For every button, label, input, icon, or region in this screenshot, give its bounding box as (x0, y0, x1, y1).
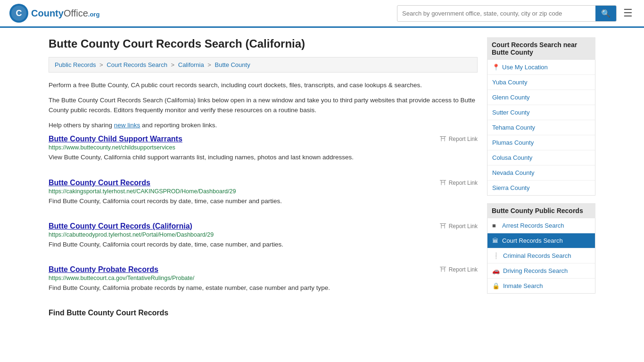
court-records-link[interactable]: Court Records Search (502, 237, 563, 244)
search-button[interactable]: 🔍 (595, 6, 616, 21)
menu-button[interactable]: ☰ (621, 5, 635, 21)
sidebar-item-sierra[interactable]: Sierra County (487, 181, 595, 195)
sidebar-item-glenn[interactable]: Glenn County (487, 90, 595, 105)
pub-records-criminal[interactable]: ❕ Criminal Records Search (487, 248, 595, 263)
result-item-3: Butte County Probate Records ⛩ Report Li… (49, 265, 478, 297)
intro-text-1: Perform a free Butte County, CA public c… (49, 80, 478, 90)
intro-text-3: Help others by sharing new links and rep… (49, 120, 478, 131)
report-label-2: Report Link (449, 223, 478, 230)
header: C CountyOffice.org 🔍 ☰ (0, 0, 644, 28)
search-icon: 🔍 (601, 9, 611, 17)
result-url-0[interactable]: https://www.buttecounty.net/childsupport… (49, 144, 478, 151)
colusa-county-link[interactable]: Colusa County (492, 154, 532, 161)
result-item-0: Butte County Child Support Warrants ⛩ Re… (49, 135, 478, 167)
inmate-search-link[interactable]: Inmate Search (503, 282, 543, 289)
result-title-1[interactable]: Butte County Court Records (49, 179, 150, 187)
use-location-inner: 📍 Use My Location (492, 64, 590, 71)
report-label-1: Report Link (449, 180, 478, 186)
report-icon-3: ⛩ (440, 266, 446, 273)
nearby-section-title: Court Records Search near Butte County (487, 37, 595, 60)
public-records-section-title: Butte County Public Records (487, 203, 595, 218)
logo-icon: C (9, 4, 28, 23)
result-url-1[interactable]: https://cakingsportal.tylerhost.net/CAKI… (49, 188, 478, 195)
sutter-county-link[interactable]: Sutter County (492, 109, 530, 116)
tehama-county-link[interactable]: Tehama County (492, 124, 535, 131)
public-records-list: ■ Arrest Records Search 🏛 Court Records … (487, 218, 595, 294)
logo-area: C CountyOffice.org (9, 4, 99, 23)
report-link-3[interactable]: ⛩ Report Link (440, 266, 478, 273)
report-icon-2: ⛩ (440, 222, 446, 230)
nearby-county-list: 📍 Use My Location Yuba County Glenn Coun… (487, 60, 595, 196)
driving-records-link[interactable]: Driving Records Search (503, 267, 568, 274)
breadcrumb-sep3: > (207, 61, 213, 68)
use-location-item[interactable]: 📍 Use My Location (487, 60, 595, 75)
result-title-row-0: Butte County Child Support Warrants ⛩ Re… (49, 135, 478, 143)
criminal-records-link[interactable]: Criminal Records Search (503, 252, 571, 259)
nevada-county-link[interactable]: Nevada County (492, 169, 535, 176)
search-bar: 🔍 (397, 5, 617, 22)
breadcrumb-sep2: > (171, 61, 176, 68)
content-area: Butte County Court Records Search (Calif… (49, 37, 478, 319)
breadcrumb-court-records[interactable]: Court Records Search (107, 61, 167, 68)
pub-records-court[interactable]: 🏛 Court Records Search (487, 233, 595, 248)
result-desc-1: Find Butte County, California court reco… (49, 197, 478, 206)
find-section-title: Find Butte County Court Records (49, 309, 478, 317)
page-title: Butte County Court Records Search (Calif… (49, 37, 478, 50)
breadcrumb-butte-county[interactable]: Butte County (215, 61, 250, 68)
sidebar-item-yuba[interactable]: Yuba County (487, 75, 595, 90)
sidebar: Court Records Search near Butte County 📍… (487, 37, 595, 319)
breadcrumb-sep1: > (99, 61, 105, 68)
plumas-county-link[interactable]: Plumas County (492, 139, 534, 146)
breadcrumb: Public Records > Court Records Search > … (49, 57, 478, 73)
report-label-3: Report Link (449, 266, 478, 273)
report-link-0[interactable]: ⛩ Report Link (440, 135, 478, 143)
sidebar-item-tehama[interactable]: Tehama County (487, 120, 595, 135)
arrest-records-link[interactable]: Arrest Records Search (502, 222, 564, 229)
new-links-link[interactable]: new links (114, 122, 140, 129)
nearby-section: Court Records Search near Butte County 📍… (487, 37, 595, 196)
intro3-prefix: Help others by sharing (49, 122, 114, 129)
svg-text:C: C (16, 8, 22, 18)
search-input[interactable] (397, 7, 595, 20)
result-item-2: Butte County Court Records (California) … (49, 222, 478, 254)
intro3-suffix: and reporting broken links. (140, 122, 217, 129)
glenn-county-link[interactable]: Glenn County (492, 94, 530, 101)
report-link-1[interactable]: ⛩ Report Link (440, 179, 478, 187)
breadcrumb-public-records[interactable]: Public Records (55, 61, 96, 68)
result-title-row-3: Butte County Probate Records ⛩ Report Li… (49, 265, 478, 274)
result-title-0[interactable]: Butte County Child Support Warrants (49, 135, 182, 143)
arrest-icon: ■ (492, 222, 499, 229)
logo-text: CountyOffice.org (31, 8, 99, 19)
court-icon: 🏛 (492, 237, 499, 244)
inmate-icon: 🔒 (492, 282, 500, 289)
result-item-1: Butte County Court Records ⛩ Report Link… (49, 179, 478, 211)
pub-records-inmate[interactable]: 🔒 Inmate Search (487, 279, 595, 293)
driving-icon: 🚗 (492, 267, 500, 274)
main-container: Butte County Court Records Search (Calif… (39, 28, 605, 329)
hamburger-icon: ☰ (623, 7, 633, 19)
result-url-2[interactable]: https://cabutteodyprod.tylerhost.net/Por… (49, 231, 478, 238)
header-right: 🔍 ☰ (397, 5, 635, 22)
result-desc-2: Find Butte County, California court reco… (49, 240, 478, 249)
sidebar-item-plumas[interactable]: Plumas County (487, 135, 595, 150)
intro-text-2: The Butte County Court Records Search (C… (49, 95, 478, 115)
sidebar-item-colusa[interactable]: Colusa County (487, 150, 595, 165)
results-list: Butte County Child Support Warrants ⛩ Re… (49, 135, 478, 297)
use-location-link[interactable]: Use My Location (502, 64, 548, 71)
yuba-county-link[interactable]: Yuba County (492, 79, 527, 86)
sidebar-item-nevada[interactable]: Nevada County (487, 165, 595, 181)
report-label-0: Report Link (449, 136, 478, 142)
result-title-3[interactable]: Butte County Probate Records (49, 265, 158, 274)
result-desc-0: View Butte County, California child supp… (49, 153, 478, 162)
result-title-row-2: Butte County Court Records (California) … (49, 222, 478, 230)
result-title-2[interactable]: Butte County Court Records (California) (49, 222, 192, 230)
pub-records-driving[interactable]: 🚗 Driving Records Search (487, 263, 595, 279)
pub-records-arrest[interactable]: ■ Arrest Records Search (487, 218, 595, 233)
result-url-3[interactable]: https://www.buttecourt.ca.gov/TentativeR… (49, 275, 478, 281)
report-icon-0: ⛩ (440, 135, 446, 143)
sierra-county-link[interactable]: Sierra County (492, 184, 529, 191)
sidebar-item-sutter[interactable]: Sutter County (487, 105, 595, 120)
breadcrumb-california[interactable]: California (178, 61, 204, 68)
result-title-row-1: Butte County Court Records ⛩ Report Link (49, 179, 478, 187)
report-link-2[interactable]: ⛩ Report Link (440, 222, 478, 230)
